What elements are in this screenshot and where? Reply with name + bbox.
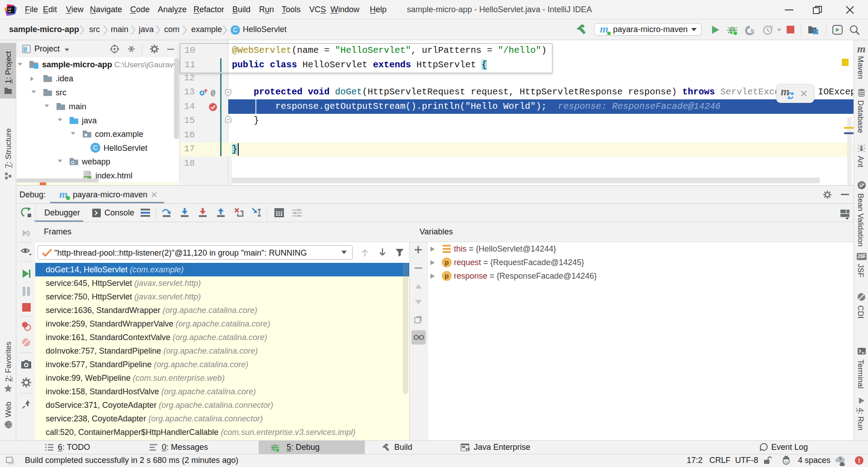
svg-text:IJ: IJ — [9, 7, 11, 11]
svg-text:?: ? — [839, 457, 842, 462]
svg-text:EE: EE — [466, 448, 470, 451]
svg-text:9: 9 — [26, 229, 30, 238]
